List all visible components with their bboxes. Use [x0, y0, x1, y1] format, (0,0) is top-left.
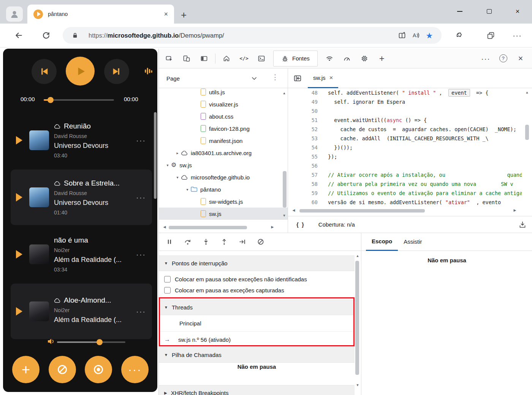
code-line[interactable]: // abertura pela primeira vez ou quando … — [328, 179, 522, 189]
line-number[interactable]: 48 — [288, 88, 318, 97]
device-emulation-icon[interactable] — [178, 51, 195, 66]
tree-vscrollbar[interactable] — [283, 171, 287, 208]
page-dropdown[interactable]: Page — [166, 75, 180, 82]
tab-close-icon[interactable]: × — [164, 11, 168, 17]
line-number[interactable]: 55 — [288, 152, 318, 161]
scroll-up-icon[interactable]: ▲ — [282, 91, 287, 95]
track-row[interactable]: Sobre a Estrela...David RousseUniverso D… — [11, 170, 152, 225]
scroll-right-icon[interactable]: ▶ — [512, 208, 518, 212]
code-line[interactable]: })()); — [328, 143, 522, 152]
line-number[interactable]: 60 — [288, 198, 318, 207]
new-tab-button[interactable]: + — [181, 9, 187, 21]
network-conditions-icon[interactable] — [321, 51, 338, 66]
file-tree-item[interactable]: sw-widgets.js — [159, 195, 288, 208]
more-tools-icon[interactable]: + — [373, 51, 391, 66]
scroll-left-icon[interactable]: ◀ — [291, 208, 296, 212]
step-into-icon[interactable] — [197, 234, 215, 249]
code-line[interactable]: versão de si mesmo. addEventListener( "a… — [328, 198, 522, 207]
scroll-right-icon[interactable]: ▶ — [270, 225, 275, 229]
cpu-icon[interactable] — [356, 51, 373, 66]
step-out-icon[interactable] — [215, 234, 233, 249]
tab-watch[interactable]: Assistir — [398, 233, 428, 251]
volume-knob[interactable] — [97, 339, 103, 345]
code-line[interactable]: self. addEventListener( " install " , ev… — [328, 88, 522, 97]
minimize-button[interactable] — [451, 4, 469, 19]
window-close-button[interactable]: × — [508, 4, 527, 19]
extensions-icon[interactable] — [452, 29, 467, 42]
record-button[interactable] — [85, 356, 112, 383]
refresh-button[interactable] — [39, 29, 53, 42]
editor-vscrollbar[interactable] — [525, 125, 529, 140]
thread-item[interactable]: Principal — [159, 315, 355, 332]
clear-playlist-button[interactable] — [49, 356, 76, 383]
pause-icon[interactable] — [160, 234, 179, 249]
chevron-down-icon[interactable]: ▾ — [184, 187, 191, 192]
read-aloud-icon[interactable]: A — [409, 29, 423, 42]
collections-icon[interactable] — [483, 29, 498, 42]
deactivate-breakpoints-icon[interactable] — [252, 234, 270, 249]
track-row[interactable]: ReuniãoDavid RousseUniverso Devours03:40… — [11, 113, 152, 168]
line-number[interactable]: 56 — [288, 161, 318, 170]
performance-icon[interactable] — [338, 51, 356, 66]
breakpoints-section-header[interactable]: ▼ Pontos de interrupção — [159, 255, 355, 271]
chevron-down-icon[interactable]: ▾ — [174, 175, 181, 179]
track-play-button[interactable] — [16, 193, 22, 201]
lock-icon[interactable] — [68, 29, 82, 42]
volume-slider[interactable] — [57, 341, 125, 343]
track-play-button[interactable] — [16, 307, 22, 316]
add-song-button[interactable]: + — [12, 356, 40, 383]
chevron-down-icon[interactable]: ▾ — [164, 163, 171, 167]
track-more-button[interactable]: ··· — [136, 250, 146, 259]
pause-caught-option[interactable]: Colocar em pausa as exceções capturadas — [159, 285, 355, 296]
editor-tab-close-icon[interactable]: × — [329, 74, 333, 82]
code-line[interactable] — [328, 161, 522, 170]
file-tree-item[interactable]: ▾pântano — [159, 183, 288, 195]
help-icon[interactable]: ? — [494, 51, 512, 66]
track-more-button[interactable]: ··· — [136, 136, 146, 145]
track-more-button[interactable]: ··· — [136, 307, 146, 316]
code-line[interactable]: // Utilizamos o evento de ativação para … — [328, 189, 522, 198]
favorite-star-icon[interactable]: ★ — [423, 29, 436, 42]
elements-icon[interactable]: </> — [235, 51, 253, 66]
navigator-menu-icon[interactable]: ··· — [271, 74, 279, 81]
scroll-down-icon[interactable]: ▼ — [282, 214, 287, 217]
line-number[interactable]: 54 — [288, 143, 318, 152]
line-number[interactable]: 51 — [288, 116, 318, 125]
step-icon[interactable] — [233, 234, 252, 249]
file-tree-item[interactable]: ▾microsoftedge.github.io — [159, 171, 288, 183]
pretty-print-icon[interactable]: { } — [296, 221, 305, 228]
file-tree-item[interactable]: sw.js — [159, 208, 288, 220]
visualizer-icon[interactable] — [144, 66, 154, 76]
track-row[interactable]: não é umaNoi2erAlém da Realidade (...03:… — [11, 227, 152, 282]
code-line[interactable]: }); — [328, 152, 522, 161]
code-line[interactable]: self. ignorar Em Espera — [328, 97, 522, 106]
xhr-breakpoints-section-header[interactable]: ▶ XHR/fetch Breakpoints — [159, 385, 355, 395]
line-number[interactable]: 59 — [288, 189, 318, 198]
line-number[interactable]: 50 — [288, 106, 318, 116]
scroll-up-icon[interactable]: ▲ — [355, 254, 360, 258]
scroll-left-icon[interactable]: ◀ — [162, 225, 167, 229]
inspect-icon[interactable] — [160, 51, 178, 66]
debugger-vscrollbar[interactable] — [355, 261, 359, 375]
editor-tab-swjs[interactable]: sw.js × — [308, 68, 338, 88]
line-number[interactable]: 58 — [288, 179, 318, 189]
tree-hscrollbar[interactable] — [169, 226, 247, 229]
scroll-up-icon[interactable]: ▲ — [524, 90, 530, 94]
dock-icon[interactable] — [195, 51, 213, 66]
file-tree-item[interactable]: manifest.json — [159, 135, 288, 147]
scroll-down-icon[interactable]: ▼ — [355, 383, 360, 387]
code-line[interactable] — [328, 106, 522, 116]
devtools-close-icon[interactable]: × — [512, 51, 529, 66]
file-tree-item[interactable]: favicon-128.png — [159, 122, 288, 135]
tab-scope[interactable]: Escopo — [366, 233, 398, 251]
checkbox[interactable] — [164, 276, 171, 282]
thread-item[interactable]: →sw.js n.º 56 (ativado) — [159, 332, 355, 348]
next-track-button[interactable] — [104, 59, 129, 84]
browser-tab[interactable]: pântano × — [27, 5, 174, 24]
file-tree-item[interactable]: ▸ia803401.us.archive.org — [159, 147, 288, 159]
split-screen-icon[interactable] — [395, 29, 409, 42]
track-play-button[interactable] — [16, 136, 22, 144]
call-stack-section-header[interactable]: ▼ Pilha de Chamadas — [159, 347, 355, 363]
tab-sources[interactable]: Fontes — [273, 51, 318, 67]
line-number[interactable]: 52 — [288, 125, 318, 134]
